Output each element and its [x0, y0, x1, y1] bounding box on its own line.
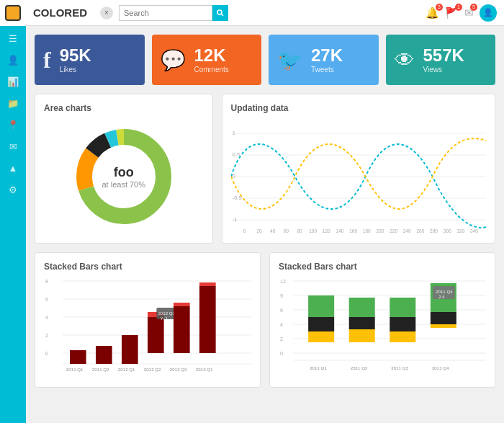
- svg-text:180: 180: [362, 228, 370, 233]
- bell-badge: 3: [436, 4, 443, 11]
- svg-text:0: 0: [280, 351, 283, 357]
- svg-text:80: 80: [297, 228, 302, 233]
- svg-text:340: 340: [470, 228, 478, 233]
- notification-email-icon[interactable]: ✉5: [464, 6, 474, 19]
- svg-text:160: 160: [349, 228, 357, 233]
- stacked-bar-left-title: Stacked Bars chart: [44, 262, 251, 272]
- notification-bell-icon[interactable]: 🔔3: [426, 6, 439, 19]
- svg-rect-57: [199, 286, 216, 353]
- svg-rect-83: [349, 298, 375, 317]
- sidebar-icon-location[interactable]: 📍: [0, 114, 26, 135]
- facebook-info: 95K Likes: [60, 46, 91, 73]
- search-input[interactable]: [119, 5, 212, 21]
- svg-rect-56: [174, 303, 190, 306]
- stacked-bar-right-chart: 12 9 6 4 2 0: [279, 277, 486, 378]
- svg-text:0: 0: [45, 351, 48, 357]
- stacked-bar-left-chart: 8 6 4 2 0: [44, 277, 251, 378]
- line-chart-container: 1 0.5 0 -0.5 -1 0 20 40 60 80 100 120 14…: [231, 119, 486, 234]
- svg-line-1: [222, 14, 224, 16]
- svg-text:2011 Q3: 2011 Q3: [391, 365, 408, 370]
- sidebar-icon-mail[interactable]: ✉: [0, 135, 26, 157]
- comments-info: 12K Comments: [194, 46, 229, 73]
- svg-rect-82: [349, 317, 375, 329]
- views-label: Views: [423, 66, 464, 74]
- stacked-bar-right-svg: 12 9 6 4 2 0: [279, 277, 486, 382]
- svg-text:0: 0: [232, 173, 235, 179]
- svg-text:260: 260: [416, 228, 424, 233]
- sidebar-icon-settings[interactable]: ⚙: [0, 179, 26, 200]
- header: COLORED × 🔔3 🚩1 ✉5 👤: [26, 0, 504, 26]
- svg-text:2.4: 2.4: [438, 294, 445, 299]
- svg-rect-78: [308, 331, 334, 342]
- svg-rect-47: [70, 350, 86, 364]
- donut-label: foo at least 70%: [102, 165, 145, 189]
- main-area: COLORED × 🔔3 🚩1 ✉5 👤: [26, 0, 504, 423]
- svg-text:2012 Q2: 2012 Q2: [158, 311, 175, 316]
- svg-text:2013 Q1: 2013 Q1: [196, 367, 213, 372]
- svg-text:2011 Q1: 2011 Q1: [66, 367, 84, 372]
- views-value: 557K: [423, 46, 464, 65]
- facebook-icon: f: [43, 47, 51, 74]
- svg-text:60: 60: [283, 228, 288, 233]
- comments-icon: 💬: [161, 48, 186, 72]
- stats-row: f 95K Likes 💬 12K Comments 🐦 27K Tweets: [35, 35, 495, 85]
- svg-rect-48: [96, 346, 112, 364]
- search-button[interactable]: [212, 5, 228, 21]
- comments-label: Comments: [194, 66, 229, 74]
- svg-text:2011 Q4: 2011 Q4: [432, 365, 449, 370]
- sidebar-icon-menu[interactable]: ☰: [0, 27, 26, 49]
- sidebar-icon-user[interactable]: 👤: [0, 49, 26, 71]
- svg-text:200: 200: [376, 228, 384, 233]
- svg-text:12: 12: [280, 279, 286, 285]
- close-button[interactable]: ×: [100, 6, 113, 19]
- svg-text:100: 100: [309, 228, 317, 233]
- svg-text:0: 0: [243, 228, 246, 233]
- sidebar-icon-folder[interactable]: 📁: [0, 92, 26, 114]
- svg-rect-88: [431, 312, 456, 324]
- sidebar-icon-chart[interactable]: 📊: [0, 71, 26, 92]
- stacked-bar-left-card: Stacked Bars chart 8 6 4 2: [35, 252, 261, 388]
- svg-text:0.5: 0.5: [232, 151, 239, 158]
- logo[interactable]: [0, 0, 26, 26]
- notification-flag-icon[interactable]: 🚩1: [445, 6, 459, 19]
- svg-rect-85: [390, 317, 415, 331]
- area-chart-card: Area charts: [35, 94, 213, 244]
- svg-text:-1: -1: [232, 216, 237, 223]
- email-badge: 5: [470, 4, 477, 11]
- donut-center-text: foo: [102, 165, 145, 180]
- svg-rect-79: [308, 317, 334, 331]
- svg-text:9: 9: [280, 293, 283, 299]
- svg-text:2012 Q2: 2012 Q2: [144, 367, 161, 372]
- sidebar-icon-triangle[interactable]: ▲: [0, 157, 26, 179]
- svg-text:2012 Q1: 2012 Q1: [118, 367, 135, 372]
- svg-text:2011 Q1: 2011 Q1: [310, 365, 327, 370]
- svg-text:2011 Q2: 2011 Q2: [92, 367, 109, 372]
- avatar[interactable]: 👤: [480, 4, 497, 22]
- svg-text:4: 4: [280, 322, 283, 328]
- svg-text:Y: 1: Y: 1: [160, 316, 168, 321]
- svg-rect-81: [349, 329, 375, 342]
- search-bar: [119, 5, 228, 21]
- svg-text:280: 280: [430, 228, 438, 233]
- svg-text:2012 Q3: 2012 Q3: [170, 367, 187, 372]
- stacked-bar-left-svg: 8 6 4 2 0: [44, 277, 251, 382]
- svg-rect-49: [122, 335, 138, 364]
- app-title: COLORED: [33, 6, 87, 19]
- svg-text:120: 120: [322, 228, 330, 233]
- svg-text:300: 300: [443, 228, 451, 233]
- svg-text:2011 Q2: 2011 Q2: [351, 365, 368, 370]
- line-chart-card: Updating data 1: [222, 94, 495, 244]
- svg-rect-87: [431, 324, 456, 328]
- svg-text:40: 40: [270, 228, 275, 233]
- views-info: 557K Views: [423, 46, 464, 73]
- svg-text:320: 320: [456, 228, 464, 233]
- sidebar: ☰ 👤 📊 📁 📍 ✉ ▲ ⚙: [0, 0, 26, 423]
- svg-text:1: 1: [232, 130, 235, 136]
- views-icon: 👁: [395, 48, 415, 72]
- stat-card-views: 👁 557K Views: [386, 35, 496, 85]
- facebook-label: Likes: [60, 66, 91, 74]
- svg-rect-58: [199, 282, 216, 286]
- svg-rect-50: [148, 317, 164, 353]
- donut-container: foo at least 70%: [44, 119, 204, 234]
- line-chart-svg: 1 0.5 0 -0.5 -1 0 20 40 60 80 100 120 14…: [231, 119, 486, 234]
